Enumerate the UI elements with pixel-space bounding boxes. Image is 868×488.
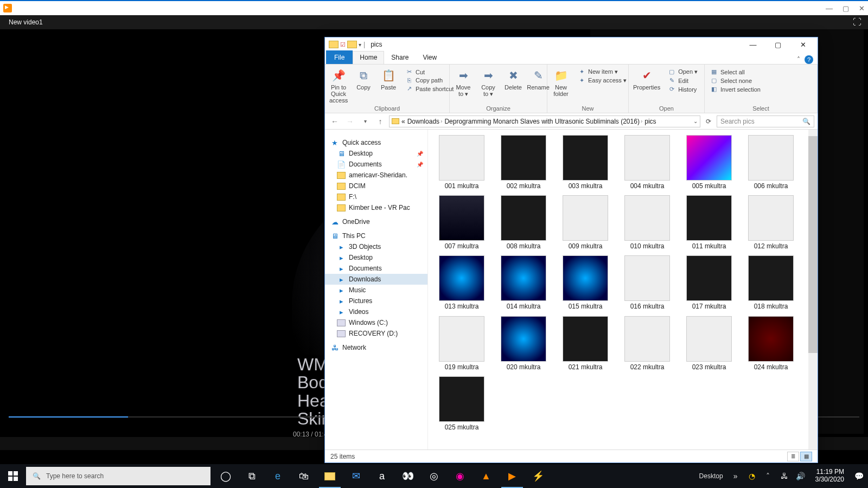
nav-pc-item[interactable]: ▸Downloads (325, 274, 427, 285)
properties-button[interactable]: ✔Properties (632, 67, 661, 104)
minimize-button[interactable]: — (741, 37, 765, 52)
tray-volume-icon[interactable]: 🔊 (795, 472, 807, 480)
scrollbar-thumb[interactable] (808, 136, 818, 353)
tab-share[interactable]: Share (384, 51, 416, 64)
file-item[interactable]: 016 mkultra (621, 255, 673, 310)
file-item[interactable]: 001 mkultra (436, 135, 488, 190)
details-view-button[interactable]: ≣ (787, 452, 799, 461)
nav-network[interactable]: 🖧Network (325, 342, 427, 353)
explorer-titlebar[interactable]: ☑ ▾ | pics — ▢ ✕ (325, 37, 818, 52)
nav-forward-button[interactable]: → (343, 117, 356, 126)
select-all-button[interactable]: ▦Select all (708, 68, 763, 76)
crumb-pics[interactable]: pics (644, 118, 656, 125)
start-button[interactable] (0, 464, 26, 488)
refresh-button[interactable]: ⟳ (703, 118, 714, 125)
file-item[interactable]: 019 mkultra (436, 316, 488, 371)
paste-button[interactable]: 📋Paste (378, 67, 399, 104)
file-item[interactable]: 010 mkultra (621, 195, 673, 250)
app-icon-1[interactable]: ◎ (421, 464, 447, 488)
file-item[interactable]: 012 mkultra (745, 195, 797, 250)
file-item[interactable]: 002 mkultra (497, 135, 550, 190)
tray-norton-icon[interactable]: ◔ (746, 472, 758, 480)
tab-home[interactable]: Home (353, 51, 384, 64)
copy-to-button[interactable]: ➡Copy to ▾ (478, 67, 499, 104)
nav-pc-item[interactable]: ▸Videos (325, 306, 427, 317)
task-view-button[interactable]: ⧉ (239, 464, 265, 488)
copy-path-button[interactable]: ⎘Copy path (403, 76, 456, 84)
edge-icon[interactable]: e (265, 464, 291, 488)
qat-icon[interactable]: ☑ (340, 41, 346, 48)
move-to-button[interactable]: ➡Move to ▾ (453, 67, 474, 104)
tab-view[interactable]: View (416, 51, 444, 64)
thumbnails-view-button[interactable]: ▦ (800, 452, 812, 461)
player-taskbar-icon[interactable]: ▶ (499, 464, 525, 488)
nav-qa-item[interactable]: 🖥Desktop📌 (325, 148, 427, 159)
nav-pc-item[interactable]: ▸Music (325, 285, 427, 296)
explorer-taskbar-icon[interactable] (317, 464, 343, 488)
tray-chevron-icon[interactable]: ˄ (762, 472, 774, 480)
tray-network-icon[interactable]: 🖧 (778, 472, 790, 480)
nav-qa-item[interactable]: 📄Documents📌 (325, 159, 427, 170)
new-item-button[interactable]: ✦New item ▾ (576, 68, 629, 76)
history-button[interactable]: ⟳History (666, 85, 700, 93)
nav-back-button[interactable]: ← (328, 117, 341, 126)
taskbar-search-input[interactable]: 🔍 Type here to search (26, 467, 210, 485)
file-item[interactable]: 005 mkultra (683, 135, 735, 190)
nav-pc-item[interactable]: ▸Desktop (325, 252, 427, 263)
collapse-ribbon-button[interactable]: ˄ (797, 56, 800, 63)
new-folder-button[interactable]: 📁New folder (551, 67, 571, 104)
crumb-album[interactable]: Deprogramming Monarch Slaves with Ultras… (444, 118, 642, 125)
tripadvisor-icon[interactable]: 👀 (395, 464, 421, 488)
tray-overflow-icon[interactable]: » (730, 472, 742, 480)
help-icon[interactable]: ? (805, 55, 813, 64)
copy-button[interactable]: ⧉Copy (353, 67, 374, 104)
nav-pc-item[interactable]: ▸Pictures (325, 296, 427, 306)
file-item[interactable]: 025 mkultra (436, 376, 488, 431)
nav-recent-button[interactable]: ▾ (359, 118, 372, 124)
tab-file[interactable]: File (326, 50, 353, 64)
navigation-pane[interactable]: ★Quick access 🖥Desktop📌📄Documents📌americ… (325, 130, 428, 450)
show-desktop-label[interactable]: Desktop (699, 472, 723, 480)
vlc-icon[interactable]: ▲ (473, 464, 499, 488)
file-item[interactable]: 022 mkultra (621, 316, 673, 371)
scrollbar[interactable] (808, 130, 818, 450)
close-button[interactable]: ✕ (790, 37, 815, 52)
edit-button[interactable]: ✎Edit (666, 76, 700, 85)
player-maximize-button[interactable]: ▢ (843, 4, 849, 12)
address-bar[interactable]: « Downloads › Deprogramming Monarch Slav… (389, 115, 700, 127)
player-minimize-button[interactable]: — (826, 4, 833, 12)
file-item[interactable]: 020 mkultra (497, 316, 550, 371)
file-item[interactable]: 014 mkultra (497, 255, 550, 310)
easy-access-button[interactable]: ✦Easy access ▾ (576, 76, 629, 85)
maximize-button[interactable]: ▢ (765, 37, 790, 52)
nav-pc-item[interactable]: RECOVERY (D:) (325, 328, 427, 339)
winamp-icon[interactable]: ⚡ (525, 464, 551, 488)
cortana-button[interactable]: ◯ (213, 464, 239, 488)
nav-quick-access[interactable]: ★Quick access (325, 137, 427, 148)
file-item[interactable]: 015 mkultra (559, 255, 611, 310)
file-item[interactable]: 007 mkultra (436, 195, 488, 250)
crumb-downloads[interactable]: Downloads › (407, 118, 443, 125)
delete-button[interactable]: ✖Delete (503, 67, 524, 104)
file-item[interactable]: 024 mkultra (745, 316, 797, 371)
player-close-button[interactable]: ✕ (859, 4, 865, 12)
nav-pc-item[interactable]: Windows (C:) (325, 317, 427, 328)
nav-pc-item[interactable]: ▸Documents (325, 263, 427, 274)
fullscreen-icon[interactable]: ⛶ (853, 17, 861, 27)
store-icon[interactable]: 🛍 (291, 464, 317, 488)
file-item[interactable]: 004 mkultra (621, 135, 673, 190)
select-none-button[interactable]: ▢Select none (708, 76, 763, 85)
notifications-icon[interactable]: 💬 (853, 472, 865, 480)
pin-quick-access-button[interactable]: 📌Pin to Quick access (328, 67, 349, 104)
nav-this-pc[interactable]: 🖥This PC (325, 230, 427, 241)
file-grid[interactable]: 001 mkultra002 mkultra003 mkultra004 mku… (428, 130, 818, 450)
file-item[interactable]: 011 mkultra (683, 195, 735, 250)
file-item[interactable]: 009 mkultra (559, 195, 611, 250)
file-item[interactable]: 008 mkultra (497, 195, 550, 250)
file-item[interactable]: 017 mkultra (683, 255, 735, 310)
file-item[interactable]: 003 mkultra (559, 135, 611, 190)
file-item[interactable]: 021 mkultra (559, 316, 611, 371)
nav-qa-item[interactable]: americavr-Sheridan. (325, 170, 427, 181)
search-input[interactable]: Search pics 🔍 (717, 115, 814, 127)
app-icon-2[interactable]: ◉ (447, 464, 473, 488)
